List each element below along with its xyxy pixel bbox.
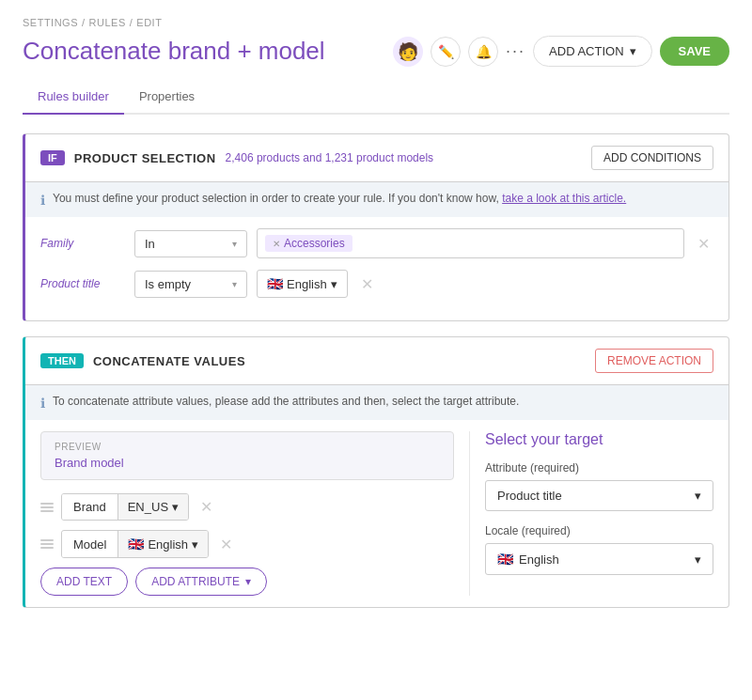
family-tag-input[interactable]: ✕ Accessories xyxy=(257,228,684,258)
attribute-model-row: Model 🇬🇧 English ▾ ✕ xyxy=(40,530,454,558)
then-content: PREVIEW Brand model Brand EN_US ▾ xyxy=(25,420,728,607)
chevron-down-icon: ▾ xyxy=(630,44,636,58)
chevron-down-icon: ▾ xyxy=(232,279,237,289)
chevron-down-icon: ▾ xyxy=(192,537,198,552)
remove-brand-attribute-button[interactable]: ✕ xyxy=(196,494,216,520)
more-options-button[interactable]: ··· xyxy=(506,41,525,61)
chevron-down-icon: ▾ xyxy=(172,500,179,514)
then-badge: THEN xyxy=(40,353,84,368)
then-section: THEN CONCATENATE VALUES REMOVE ACTION ℹ … xyxy=(23,336,729,608)
drag-handle[interactable] xyxy=(40,539,54,549)
accessories-tag[interactable]: ✕ Accessories xyxy=(265,235,352,252)
remove-family-condition-button[interactable]: ✕ xyxy=(694,231,713,257)
chevron-down-icon: ▾ xyxy=(245,575,251,588)
model-attribute-name: Model xyxy=(62,532,118,557)
brand-locale-dropdown[interactable]: EN_US ▾ xyxy=(118,494,188,520)
attribute-brand-row: Brand EN_US ▾ ✕ xyxy=(40,493,454,521)
english-flag-icon: 🇬🇧 xyxy=(497,552,513,567)
breadcrumb-edit[interactable]: EDIT xyxy=(136,17,162,28)
breadcrumb-rules[interactable]: RULES xyxy=(89,17,126,28)
then-section-title: CONCATENATE VALUES xyxy=(93,354,245,368)
remove-action-button[interactable]: REMOVE ACTION xyxy=(595,349,713,373)
tabs: Rules builder Properties xyxy=(23,82,729,115)
preview-label: PREVIEW xyxy=(55,442,440,452)
page-title: Concatenate brand + model xyxy=(23,37,325,66)
product-title-operator-dropdown[interactable]: Is empty ▾ xyxy=(134,271,247,298)
then-section-header: THEN CONCATENATE VALUES REMOVE ACTION xyxy=(25,337,728,384)
if-info-banner: ℹ You must define your product selection… xyxy=(25,181,728,217)
then-info-banner: ℹ To concatenate attribute values, pleas… xyxy=(25,384,728,420)
pencil-icon[interactable]: ✏️ xyxy=(431,37,461,67)
tab-properties[interactable]: Properties xyxy=(124,82,210,115)
brand-attribute-box: Brand EN_US ▾ xyxy=(61,493,189,521)
drag-handle[interactable] xyxy=(40,503,54,512)
product-title-locale-dropdown[interactable]: 🇬🇧 English ▾ xyxy=(257,270,348,298)
add-buttons-row: ADD TEXT ADD ATTRIBUTE ▾ xyxy=(40,568,454,596)
breadcrumb-settings[interactable]: SETTINGS xyxy=(23,17,78,28)
condition-product-title-row: Product title Is empty ▾ 🇬🇧 English ▾ ✕ xyxy=(40,270,713,298)
breadcrumb: SETTINGS / RULES / EDIT xyxy=(23,17,729,28)
tag-remove-icon[interactable]: ✕ xyxy=(273,239,280,249)
family-operator-dropdown[interactable]: In ▾ xyxy=(134,230,247,257)
if-section-header: IF PRODUCT SELECTION 2,406 products and … xyxy=(25,134,728,181)
add-action-button[interactable]: ADD ACTION ▾ xyxy=(533,36,651,67)
brand-attribute-name: Brand xyxy=(62,494,118,520)
chevron-down-icon: ▾ xyxy=(331,277,337,291)
left-column: PREVIEW Brand model Brand EN_US ▾ xyxy=(40,431,454,596)
if-badge: IF xyxy=(40,150,65,165)
info-link[interactable]: take a look at this article. xyxy=(502,192,626,205)
header-actions: 🧑 ✏️ 🔔 ··· ADD ACTION ▾ SAVE xyxy=(393,36,729,67)
add-attribute-button[interactable]: ADD ATTRIBUTE ▾ xyxy=(135,568,267,596)
add-conditions-button[interactable]: ADD CONDITIONS xyxy=(591,146,713,170)
model-locale-dropdown[interactable]: 🇬🇧 English ▾ xyxy=(118,531,208,557)
target-locale-dropdown[interactable]: 🇬🇧 English ▾ xyxy=(485,543,713,575)
target-title: Select your target xyxy=(485,431,713,448)
chevron-down-icon: ▾ xyxy=(695,552,701,567)
locale-required-label: Locale (required) xyxy=(485,524,713,537)
english-flag-icon: 🇬🇧 xyxy=(128,537,144,552)
if-section: IF PRODUCT SELECTION 2,406 products and … xyxy=(23,133,729,321)
family-label: Family xyxy=(40,237,125,250)
avatar: 🧑 xyxy=(393,37,423,67)
product-count: 2,406 products and 1,231 product models xyxy=(226,151,433,164)
chevron-down-icon: ▾ xyxy=(695,489,701,503)
add-text-button[interactable]: ADD TEXT xyxy=(40,568,128,596)
attribute-required-label: Attribute (required) xyxy=(485,461,713,474)
target-attribute-dropdown[interactable]: Product title ▾ xyxy=(485,480,713,511)
model-attribute-box: Model 🇬🇧 English ▾ xyxy=(61,530,209,558)
chevron-down-icon: ▾ xyxy=(232,239,237,249)
preview-box: PREVIEW Brand model xyxy=(40,431,454,480)
product-title-label: Product title xyxy=(40,277,125,290)
tab-rules-builder[interactable]: Rules builder xyxy=(23,82,124,115)
info-icon: ℹ xyxy=(40,396,45,411)
remove-model-attribute-button[interactable]: ✕ xyxy=(216,532,236,557)
conditions-area: Family In ▾ ✕ Accessories ✕ Product titl… xyxy=(25,217,728,320)
header-row: Concatenate brand + model 🧑 ✏️ 🔔 ··· ADD… xyxy=(23,36,729,67)
if-section-title: PRODUCT SELECTION xyxy=(74,151,216,165)
condition-family-row: Family In ▾ ✕ Accessories ✕ xyxy=(40,228,713,258)
preview-value: Brand model xyxy=(55,456,440,470)
remove-product-title-condition-button[interactable]: ✕ xyxy=(357,272,377,297)
right-column: Select your target Attribute (required) … xyxy=(469,431,713,596)
bell-icon[interactable]: 🔔 xyxy=(468,37,498,67)
save-button[interactable]: SAVE xyxy=(660,37,729,66)
english-flag-icon: 🇬🇧 xyxy=(267,276,283,291)
info-icon: ℹ xyxy=(40,193,45,208)
